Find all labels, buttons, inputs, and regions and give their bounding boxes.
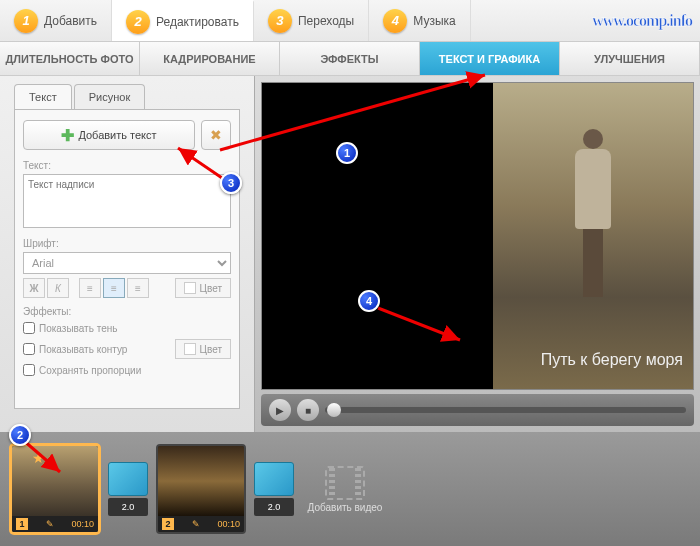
italic-button[interactable]: К	[47, 278, 69, 298]
transition-button[interactable]	[254, 462, 294, 496]
annotation-marker-1: 1	[336, 142, 358, 164]
tab-music[interactable]: 4Музыка	[369, 0, 470, 41]
transition-button[interactable]	[108, 462, 148, 496]
pencil-icon: ✎	[192, 519, 200, 529]
aspect-label: Сохранять пропорции	[39, 365, 141, 376]
tab-music-label: Музыка	[413, 14, 455, 28]
subtab-text-graphics[interactable]: ТЕКСТ И ГРАФИКА	[420, 42, 560, 75]
text-panel: Текст Рисунок ✚Добавить текст ✖ Текст: Ш…	[0, 76, 255, 432]
preview-area: Путь к берегу моря ▶ ■	[255, 76, 700, 432]
text-color-button[interactable]: Цвет	[175, 278, 231, 298]
photo-content: Путь к берегу моря	[493, 83, 693, 389]
shadow-checkbox[interactable]	[23, 322, 35, 334]
tab-transitions-label: Переходы	[298, 14, 354, 28]
step-1-icon: 1	[14, 9, 38, 33]
plus-icon: ✚	[61, 126, 74, 145]
subtab-enhance[interactable]: УЛУЧШЕНИЯ	[560, 42, 700, 75]
clip-duration: 00:10	[217, 519, 240, 529]
panel-tab-image[interactable]: Рисунок	[74, 84, 146, 109]
color-swatch-icon	[184, 343, 196, 355]
add-text-button[interactable]: ✚Добавить текст	[23, 120, 195, 150]
tab-edit-label: Редактировать	[156, 15, 239, 29]
shadow-label: Показывать тень	[39, 323, 117, 334]
timeline: ★ 1✎00:10 2.0 2✎00:10 2.0 Добавить видео	[0, 432, 700, 546]
transition-2: 2.0	[254, 462, 294, 516]
subtab-crop[interactable]: КАДРИРОВАНИЕ	[140, 42, 280, 75]
watermark-logo: www.ocomp.info	[592, 12, 692, 30]
subtab-effects[interactable]: ЭФФЕКТЫ	[280, 42, 420, 75]
panel-body: ✚Добавить текст ✖ Текст: Шрифт: Arial Ж …	[14, 109, 240, 409]
text-field-label: Текст:	[23, 160, 231, 171]
caption-textarea[interactable]	[23, 174, 231, 228]
clip-thumbnail	[158, 446, 244, 516]
color-label: Цвет	[200, 344, 222, 355]
color-swatch-icon	[184, 282, 196, 294]
transition-duration[interactable]: 2.0	[108, 498, 148, 516]
stop-button[interactable]: ■	[297, 399, 319, 421]
text-overlay[interactable]: Путь к берегу моря	[541, 351, 683, 369]
step-3-icon: 3	[268, 9, 292, 33]
play-button[interactable]: ▶	[269, 399, 291, 421]
clip-duration: 00:10	[71, 519, 94, 529]
star-icon: ★	[32, 450, 45, 466]
align-left-button[interactable]: ≡	[79, 278, 101, 298]
format-toolbar: Ж К ≡ ≡ ≡ Цвет	[23, 278, 231, 298]
outline-label: Показывать контур	[39, 344, 127, 355]
workarea: Текст Рисунок ✚Добавить текст ✖ Текст: Ш…	[0, 76, 700, 432]
panel-tabs: Текст Рисунок	[14, 84, 240, 109]
add-video-label: Добавить видео	[308, 502, 383, 513]
delete-text-button[interactable]: ✖	[201, 120, 231, 150]
bold-button[interactable]: Ж	[23, 278, 45, 298]
transition-1: 2.0	[108, 462, 148, 516]
tab-edit[interactable]: 2Редактировать	[112, 0, 254, 41]
tab-transitions[interactable]: 3Переходы	[254, 0, 369, 41]
add-video-button[interactable]: Добавить видео	[302, 454, 388, 524]
subtab-duration[interactable]: ДЛИТЕЛЬНОСТЬ ФОТО	[0, 42, 140, 75]
edit-sub-tabs: ДЛИТЕЛЬНОСТЬ ФОТО КАДРИРОВАНИЕ ЭФФЕКТЫ Т…	[0, 42, 700, 76]
slider-thumb[interactable]	[327, 403, 341, 417]
font-field-label: Шрифт:	[23, 238, 231, 249]
panel-tab-text[interactable]: Текст	[14, 84, 72, 109]
annotation-marker-4: 4	[358, 290, 380, 312]
person-figure	[563, 129, 623, 309]
add-text-label: Добавить текст	[78, 129, 156, 141]
seek-slider[interactable]	[325, 407, 686, 413]
clip-number: 2	[162, 518, 174, 530]
preview-canvas[interactable]: Путь к берегу моря	[261, 82, 694, 390]
color-label: Цвет	[200, 283, 222, 294]
clip-number: 1	[16, 518, 28, 530]
x-icon: ✖	[210, 127, 222, 143]
timeline-clip-2[interactable]: 2✎00:10	[156, 444, 246, 534]
clip-thumbnail: ★	[12, 446, 98, 516]
font-select[interactable]: Arial	[23, 252, 231, 274]
playback-controls: ▶ ■	[261, 394, 694, 426]
annotation-marker-3: 3	[220, 172, 242, 194]
timeline-clip-1[interactable]: ★ 1✎00:10	[10, 444, 100, 534]
step-2-icon: 2	[126, 10, 150, 34]
align-center-button[interactable]: ≡	[103, 278, 125, 298]
step-4-icon: 4	[383, 9, 407, 33]
annotation-marker-2: 2	[9, 424, 31, 446]
effects-label: Эффекты:	[23, 306, 231, 317]
align-right-button[interactable]: ≡	[127, 278, 149, 298]
pencil-icon: ✎	[46, 519, 54, 529]
tab-add[interactable]: 1Добавить	[0, 0, 112, 41]
aspect-checkbox[interactable]	[23, 364, 35, 376]
tab-add-label: Добавить	[44, 14, 97, 28]
transition-duration[interactable]: 2.0	[254, 498, 294, 516]
film-icon	[325, 466, 365, 500]
main-step-tabs: 1Добавить 2Редактировать 3Переходы 4Музы…	[0, 0, 700, 42]
outline-color-button[interactable]: Цвет	[175, 339, 231, 359]
outline-checkbox[interactable]	[23, 343, 35, 355]
